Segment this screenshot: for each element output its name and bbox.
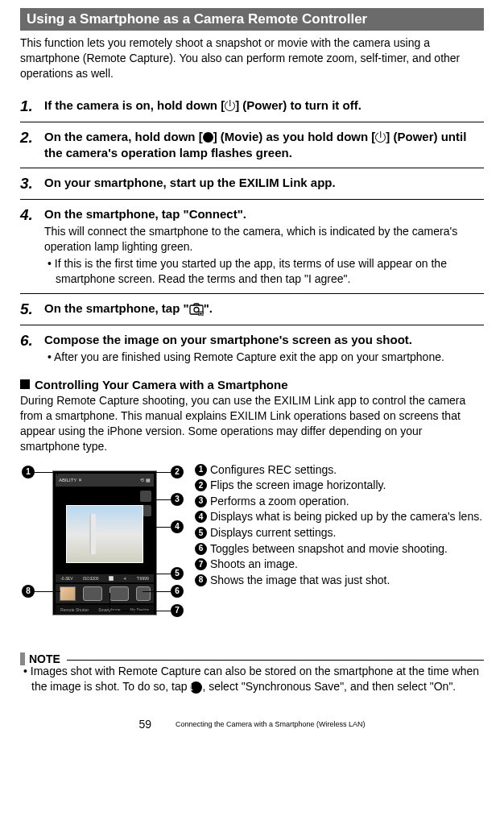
power-icon [375,132,386,143]
subsection-desc: During Remote Capture shooting, you can … [20,393,484,454]
legend-num-8: 8 [195,574,207,586]
record-icon [203,132,213,143]
step-4: 4. On the smartphone, tap "Connect". Thi… [20,199,484,293]
step-text: ". [204,301,213,315]
legend: 1Configures REC settings. 2Flips the scr… [195,462,484,589]
step-title: On your smartphone, start up the EXILIM … [44,175,484,191]
step-6: 6. Compose the image on your smartphone'… [20,325,484,371]
step-1: 1. If the camera is on, hold down [] (Po… [20,91,484,122]
subsection-title: Controlling Your Camera with a Smartphon… [20,378,484,391]
power-icon [225,101,235,111]
step-bullet: If this is the first time you started up… [44,256,484,287]
legend-num-7: 7 [195,558,207,570]
page-number: 59 [138,718,151,731]
callout-6: 6 [171,585,184,598]
step-title: On the camera, hold down [] (Movie) as y… [44,129,484,162]
bottom-tabs: Remote ShutterSmartphoneMy Device [56,605,154,615]
step-text: If the camera is on, hold down [ [44,98,225,112]
step-num: 5. [20,300,38,318]
step-text: ] (Power) to turn it off. [235,98,361,112]
step-text: On the camera, hold down [ [44,130,203,143]
callout-4: 4 [171,520,184,533]
step-5: 5. On the smartphone, tap "". [20,293,484,325]
step-title: If the camera is on, hold down [] (Power… [44,97,484,114]
phone-diagram: ABILITY ✕⟲ ▦ -0.3EVISO3200⬜☀T:9999 Remot… [20,462,185,619]
step-text: On the smartphone, tap " [44,301,189,315]
legend-text: Shoots an image. [210,557,298,573]
legend-text: Toggles between snapshot and movie shoot… [210,541,448,557]
legend-text: Configures REC settings. [210,462,337,478]
camera-app-icon [189,303,204,316]
phone-topbar: ABILITY ✕⟲ ▦ [56,474,154,487]
callout-7: 7 [171,604,184,617]
callout-8: 8 [22,585,35,598]
step-3: 3. On your smartphone, start up the EXIL… [20,168,484,199]
step-num: 4. [20,206,38,224]
legend-num-5: 5 [195,527,207,539]
settings-bar: -0.3EVISO3200⬜☀T:9999 [56,574,154,582]
callout-1: 1 [22,466,35,478]
svg-point-1 [194,308,199,313]
legend-text: Performs a zoom operation. [210,494,349,510]
svg-point-3 [200,313,202,315]
callout-2: 2 [171,466,184,478]
note-ref-callout: 1 [190,681,202,694]
note-divider [67,660,484,661]
legend-text: Flips the screen image horizontally. [210,478,386,494]
note-block: NOTE Images shot with Remote Capture can… [20,652,484,694]
camera-preview [66,505,143,563]
legend-text: Shows the image that was just shot. [210,573,390,589]
footer: 59 Connecting the Camera with a Smartpho… [20,718,484,731]
mode-toggle [109,586,129,601]
section-header: Using a Smartphone as a Camera Remote Co… [20,8,484,31]
step-num: 3. [20,175,38,193]
note-text-post: , select "Synchronous Save", and then se… [202,680,456,693]
step-num: 1. [20,97,38,115]
step-title: Compose the image on your smartphone's s… [44,332,484,348]
note-text: Images shot with Remote Capture can also… [20,664,484,694]
step-title: On the smartphone, tap "Connect". [44,206,484,222]
flip-button [140,491,151,502]
step-2: 2. On the camera, hold down [] (Movie) a… [20,122,484,168]
shutter-button [83,586,102,601]
callout-3: 3 [171,493,184,506]
step-num: 6. [20,332,38,350]
chapter-title: Connecting the Camera with a Smartphone … [176,721,366,729]
step-bullet: After you are finished using Remote Capt… [44,350,484,365]
step-text: ] (Movie) as you hold down [ [213,130,376,143]
step-desc: This will connect the smartphone to the … [44,224,484,255]
phone-screen: ABILITY ✕⟲ ▦ -0.3EVISO3200⬜☀T:9999 Remot… [52,470,157,615]
legend-num-3: 3 [195,495,207,507]
step-num: 2. [20,129,38,147]
controls-bar [56,584,154,603]
callout-5: 5 [171,567,184,580]
legend-text: Displays what is being picked up by the … [210,509,482,525]
intro-text: This function lets you remotely shoot a … [20,35,484,81]
legend-text: Displays current settings. [210,525,336,541]
legend-num-2: 2 [195,479,207,491]
legend-num-6: 6 [195,543,207,555]
legend-num-1: 1 [195,464,207,476]
legend-num-4: 4 [195,511,207,523]
extra-button [136,586,151,601]
last-shot-thumb [60,586,76,601]
step-title: On the smartphone, tap "". [44,300,484,317]
